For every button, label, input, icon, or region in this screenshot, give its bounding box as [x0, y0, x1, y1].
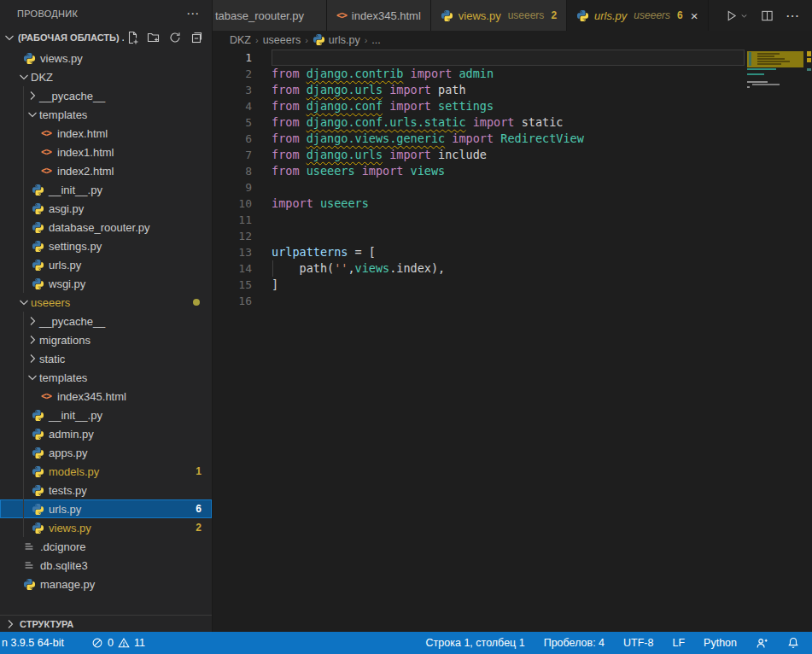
- tree-item-label: settings.py: [49, 240, 102, 253]
- line-content: [272, 293, 745, 309]
- tree-item-index1-html[interactable]: <>index1.html: [0, 143, 212, 161]
- status-bar-right: Строка 1, столбец 1Пробелов: 4UTF-8LFPyt…: [413, 632, 812, 654]
- minimap-segment: [757, 58, 785, 60]
- overview-ruler: [807, 49, 811, 632]
- workspace-section-header[interactable]: (РАБОЧАЯ ОБЛАСТЬ) ...: [0, 26, 212, 49]
- line-number: 11: [213, 212, 252, 228]
- tree-item-pycache[interactable]: __pycache__: [0, 86, 212, 105]
- tree-item-tests-py[interactable]: tests.py: [0, 481, 212, 499]
- feedback-button[interactable]: [750, 632, 774, 654]
- tree-item-dkz[interactable]: DKZ: [0, 67, 212, 86]
- python-icon: [31, 184, 44, 196]
- editor-more-icon[interactable]: ⋯: [786, 8, 800, 24]
- line-content: from django.conf import settings: [272, 98, 745, 114]
- tree-item-init-py[interactable]: __init__.py: [0, 180, 212, 199]
- breadcrumb-item-useeers[interactable]: useeers: [263, 34, 301, 46]
- outline-section-header[interactable]: СТРУКТУРА: [0, 615, 212, 632]
- line-number: 12: [213, 228, 252, 244]
- python-icon: [22, 578, 36, 591]
- chevron-right-icon: [3, 617, 17, 631]
- html-icon: <>: [39, 146, 53, 158]
- tree-item-index-html[interactable]: <>index.html: [0, 124, 212, 143]
- tree-item-models-py[interactable]: models.py1: [0, 462, 212, 481]
- tab-views-py[interactable]: views.pyuseeers2: [431, 0, 567, 31]
- line-content: urlpatterns = [: [272, 244, 745, 260]
- indentation-indicator[interactable]: Пробелов: 4: [538, 632, 610, 654]
- line-content: import useeers: [272, 196, 745, 212]
- close-icon[interactable]: ×: [691, 9, 698, 22]
- code-editor[interactable]: 12from django.contrib import admin3from …: [213, 49, 812, 632]
- language-indicator[interactable]: Python: [698, 632, 743, 654]
- tab-urls-py[interactable]: urls.pyuseeers6×: [567, 0, 708, 31]
- new-file-icon[interactable]: [126, 31, 139, 44]
- minimap-segment: [749, 52, 751, 66]
- tree-item-label: asgi.py: [49, 202, 84, 215]
- tree-item-urls-py[interactable]: urls.py: [0, 255, 212, 274]
- minimap-segment: [757, 55, 774, 57]
- tree-item-templates[interactable]: templates: [0, 105, 212, 124]
- chevron-down-icon: [17, 295, 31, 309]
- line-content: path('',views.index),: [272, 260, 745, 277]
- line-number: 13: [213, 244, 252, 260]
- tree-item-pycache[interactable]: __pycache__: [0, 312, 212, 330]
- breadcrumb-item-urls-py[interactable]: urls.py: [313, 33, 360, 46]
- tree-item-static[interactable]: static: [0, 349, 212, 368]
- run-button[interactable]: [725, 9, 749, 22]
- eol-indicator[interactable]: LF: [666, 632, 691, 654]
- tab-label: index345.html: [352, 9, 421, 22]
- tree-item-asgi-py[interactable]: asgi.py: [0, 199, 212, 218]
- python-interpreter-indicator[interactable]: n 3.9.5 64-bit: [0, 632, 70, 654]
- breadcrumb-item-[interactable]: ...: [371, 34, 380, 46]
- tree-item-label: .dcignore: [40, 540, 85, 553]
- notifications-bell-button[interactable]: [781, 632, 805, 654]
- refresh-icon[interactable]: [168, 31, 182, 44]
- tree-item-manage-py[interactable]: manage.py: [0, 575, 212, 593]
- python-icon: [31, 447, 44, 459]
- tree-item-database-roouter-py[interactable]: database_roouter.py: [0, 218, 212, 236]
- python-icon: [31, 409, 44, 422]
- minimap-segment: [752, 84, 780, 85]
- problems-indicator[interactable]: 011: [85, 632, 151, 654]
- code-line-4: 4from django.conf import settings: [213, 98, 812, 114]
- tree-item-wsgi-py[interactable]: wsgi.py: [0, 274, 212, 293]
- tree-item-admin-py[interactable]: admin.py: [0, 424, 212, 443]
- tree-item-db-sqlite3[interactable]: db.sqlite3: [0, 556, 212, 575]
- explorer-toolbar: [126, 31, 203, 44]
- encoding-indicator[interactable]: UTF-8: [617, 632, 659, 654]
- breadcrumb: DKZ›useeers›urls.py›...: [213, 31, 812, 49]
- line-col-indicator[interactable]: Строка 1, столбец 1: [420, 632, 531, 654]
- minimap-segment: [757, 61, 790, 62]
- tree-item-dcignore[interactable]: .dcignore: [0, 537, 212, 556]
- tree-item-views-py[interactable]: views.py: [0, 49, 212, 67]
- tree-item-index345-html[interactable]: <>index345.html: [0, 387, 212, 406]
- html-icon: <>: [39, 165, 53, 177]
- tree-item-label: DKZ: [31, 71, 53, 84]
- minimap[interactable]: [747, 49, 812, 632]
- tree-item-urls-py[interactable]: urls.py6: [0, 499, 212, 518]
- explorer-more-icon[interactable]: ⋯: [186, 6, 200, 21]
- tree-item-migrations[interactable]: migrations: [0, 330, 212, 349]
- tree-item-init-py[interactable]: __init__.py: [0, 406, 212, 424]
- tree-item-apps-py[interactable]: apps.py: [0, 443, 212, 462]
- tree-item-useeers[interactable]: useeers: [0, 293, 212, 312]
- chevron-right-icon: [26, 89, 39, 102]
- breadcrumb-item-dkz[interactable]: DKZ: [230, 34, 251, 46]
- status-bar-left: n 3.9.5 64-bit011: [0, 632, 151, 654]
- tab-tabase-roouter-py[interactable]: tabase_roouter.py: [213, 0, 327, 31]
- collapse-all-icon[interactable]: [190, 31, 203, 44]
- line-content: [272, 179, 745, 196]
- tab-index345-html[interactable]: <>index345.html: [327, 0, 431, 31]
- python-icon: [31, 259, 44, 272]
- code-line-13: 13urlpatterns = [: [213, 244, 812, 260]
- tree-item-views-py[interactable]: views.py2: [0, 518, 212, 537]
- split-editor-icon[interactable]: [761, 9, 774, 22]
- warning-count: 11: [134, 637, 145, 649]
- new-folder-icon[interactable]: [147, 31, 161, 44]
- tree-item-settings-py[interactable]: settings.py: [0, 236, 212, 255]
- tree-item-templates[interactable]: templates: [0, 368, 212, 387]
- tree-item-index2-html[interactable]: <>index2.html: [0, 161, 212, 180]
- tree-item-label: apps.py: [49, 447, 88, 459]
- open-tabs: tabase_roouter.py<>index345.htmlviews.py…: [213, 0, 709, 31]
- ruler-mark: [807, 68, 811, 71]
- tab-label: tabase_roouter.py: [215, 9, 304, 22]
